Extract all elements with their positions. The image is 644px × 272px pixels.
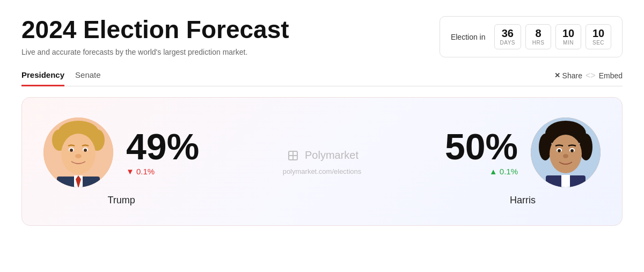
countdown-units: 36 DAYS 8 HRS 10 MIN 10 SEC [494,24,612,49]
tabs-container: Presidency Senate [21,70,101,86]
page-subtitle: Live and accurate forecasts by the world… [21,48,289,56]
hrs-value: 8 [535,28,541,39]
countdown-box: Election in 36 DAYS 8 HRS 10 MIN 10 SEC [440,16,623,57]
svg-point-24 [570,149,574,152]
brand-name: Polymarket [305,149,358,161]
trump-info: 49% ▼ 0.1% [43,117,199,187]
x-icon: ✕ [554,71,560,79]
trump-percentage: 49% [126,128,199,165]
trump-change: ▼ 0.1% [126,167,199,176]
harris-stats: 50% ▲ 0.1% [445,128,518,176]
harris-info: 50% ▲ 0.1% [445,117,601,187]
days-value: 36 [502,28,514,39]
countdown-label: Election in [451,33,486,41]
sec-value: 10 [592,28,604,39]
svg-point-25 [563,154,568,158]
hrs-label: HRS [532,40,545,46]
svg-point-7 [70,149,73,152]
trump-avatar [43,117,113,187]
days-label: DAYS [500,40,516,46]
countdown-days: 36 DAYS [494,24,522,49]
harris-percentage: 50% [445,128,518,165]
tab-senate[interactable]: Senate [75,70,101,86]
svg-point-23 [558,149,561,152]
polymarket-logo-area: Polymarket polymarket.com/elections [283,148,362,175]
tab-presidency[interactable]: Presidency [21,70,64,86]
header-section: 2024 Election Forecast Live and accurate… [21,16,623,57]
harris-name: Harris [510,195,536,206]
page-title: 2024 Election Forecast [21,16,289,43]
embed-button[interactable]: Embed [599,71,623,80]
action-separator: <> [586,71,596,80]
tabs-row: Presidency Senate ✕ Share <> Embed [21,70,623,86]
svg-rect-27 [561,175,570,187]
harris-avatar [531,117,601,187]
min-label: MIN [563,40,574,46]
svg-point-8 [84,149,87,152]
sec-label: SEC [592,40,604,46]
countdown-sec: 10 SEC [586,24,611,49]
title-area: 2024 Election Forecast Live and accurate… [21,16,289,56]
trump-name: Trump [107,195,135,206]
harris-change: ▲ 0.1% [489,167,518,176]
polymarket-logo: Polymarket [286,148,358,163]
min-value: 10 [562,28,574,39]
forecast-card: 49% ▼ 0.1% Trump Polymarket polymarket.c… [21,97,623,226]
share-button[interactable]: ✕ Share [554,71,582,80]
brand-url: polymarket.com/elections [283,167,362,175]
countdown-hrs: 8 HRS [525,24,551,49]
actions-area: ✕ Share <> Embed [554,71,623,86]
harris-candidate: 50% ▲ 0.1% [445,117,601,206]
trump-candidate: 49% ▼ 0.1% Trump [43,117,199,206]
countdown-min: 10 MIN [555,24,581,49]
svg-point-9 [75,154,82,158]
trump-stats: 49% ▼ 0.1% [126,128,199,176]
